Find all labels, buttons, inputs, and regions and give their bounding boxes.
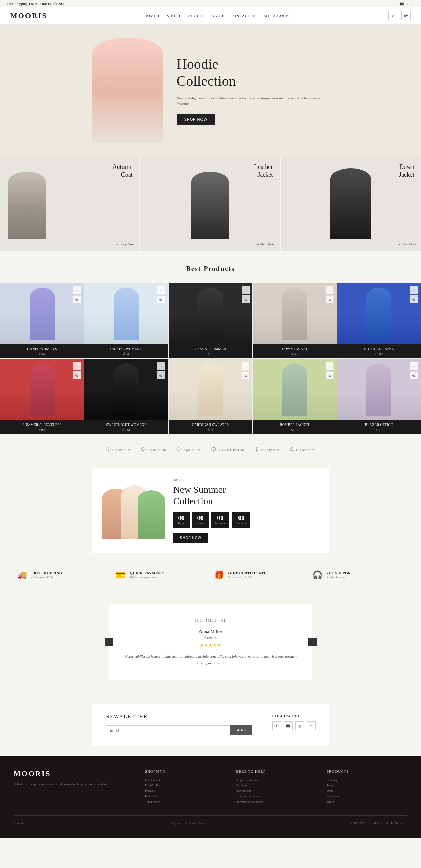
footer-cookies-link[interactable]: Cookies	[185, 821, 195, 825]
footer-link-products[interactable]: Products	[145, 789, 226, 792]
footer-logo[interactable]: MOORIS	[14, 769, 135, 778]
product-cart-icon-9[interactable]: 🛍	[326, 371, 334, 379]
follow-instagram-icon[interactable]: 📷	[284, 721, 293, 730]
product-info-10: Blazer Office $71	[337, 420, 421, 434]
down-shop-link[interactable]: Shop Now	[397, 242, 416, 246]
leather-shop-link[interactable]: Shop Now	[256, 242, 274, 246]
cart-icon[interactable]: 🛍	[401, 11, 411, 20]
footer-shopping-title: Shopping	[145, 769, 226, 773]
shipping-icon: 🚚	[17, 570, 27, 580]
product-name-2: Dickies Women's	[88, 347, 165, 351]
product-overlay-2: ⌕ 🛍	[157, 286, 165, 303]
nav-about[interactable]: ABOUT	[188, 14, 203, 18]
footer-link-discount[interactable]: Discount	[145, 794, 226, 798]
product-price-4: $142	[256, 352, 333, 356]
product-info-7: Sweetnight Womens $214	[84, 420, 168, 434]
site-logo[interactable]: MOORIS	[10, 11, 47, 20]
product-search-icon-9[interactable]: ⌕	[326, 362, 334, 370]
footer-link-accessories[interactable]: Accessories	[327, 794, 407, 798]
search-icon[interactable]: ⌕	[388, 11, 398, 20]
follow-pinterest-icon[interactable]: p	[295, 721, 304, 730]
product-cart-icon-8[interactable]: 🛍	[242, 371, 250, 379]
autumn-shop-link[interactable]: Shop Now	[116, 242, 134, 246]
product-search-icon-6[interactable]: ⌕	[73, 362, 81, 370]
footer-terms-link[interactable]: Terms	[199, 821, 206, 825]
product-card-3[interactable]: ⌕ 🛍 Casual Summer $52	[168, 283, 252, 359]
product-search-icon-3[interactable]: ⌕	[242, 286, 250, 294]
product-cart-icon-2[interactable]: 🛍	[157, 295, 165, 303]
footer-link-services[interactable]: Our services	[236, 789, 317, 792]
product-search-icon-2[interactable]: ⌕	[157, 286, 165, 294]
footer-link-wishlist[interactable]: My Wishlist	[145, 784, 226, 787]
brand-2: Ⓛ logolpsum	[141, 447, 166, 453]
footer-copyright: © 2022 MOORIS. ALL RIGHTS RESERVED.	[349, 821, 407, 825]
product-card-5[interactable]: ⌕ 🛍 Notched Lapel $100	[337, 283, 421, 359]
feature-payment-text: Quick Payment 100% secure payment	[130, 571, 164, 579]
product-card-2[interactable]: ⌕ 🛍 Dickies Women's $74	[84, 283, 168, 359]
product-search-icon-4[interactable]: ⌕	[326, 286, 334, 294]
pinterest-icon[interactable]: p	[407, 1, 409, 6]
product-card-6[interactable]: ⌕ 🛍 Summer Sleeveless $89	[0, 359, 84, 435]
product-cart-icon-4[interactable]: 🛍	[326, 295, 334, 303]
footer-link-delivery[interactable]: Delivery & Collection	[236, 800, 317, 803]
product-cart-icon-1[interactable]: 🛍	[73, 295, 81, 303]
promo-title: New SummerCollection	[173, 484, 251, 507]
nav-account[interactable]: MY ACCOUNT	[264, 14, 292, 18]
follow-facebook-icon[interactable]: f	[272, 721, 281, 730]
product-cart-icon-10[interactable]: 🛍	[410, 371, 418, 379]
category-autumn-title: AutumnCoat	[113, 163, 133, 179]
facebook-icon[interactable]: f	[395, 1, 397, 6]
testimonial-prev-button[interactable]: ‹	[105, 638, 113, 646]
footer-link-jacket[interactable]: Jacket	[327, 784, 407, 787]
follow-linkedin-icon[interactable]: in	[307, 721, 316, 730]
product-cart-icon-7[interactable]: 🛍	[157, 371, 165, 379]
nav-shop[interactable]: SHOP ▾	[167, 14, 181, 18]
product-search-icon-10[interactable]: ⌕	[410, 362, 418, 370]
footer-link-dress[interactable]: Dress	[327, 789, 407, 792]
footer-link-account[interactable]: My Account	[145, 778, 226, 782]
product-card-7[interactable]: ⌕ 🛍 Sweetnight Womens $214	[84, 359, 168, 435]
product-name-9: Bomber Jacket	[256, 423, 333, 427]
promo-model-3	[138, 490, 165, 539]
footer-link-track[interactable]: Track Order	[145, 800, 226, 803]
product-card-4[interactable]: ⌕ 🛍 Down Jacket $142	[253, 283, 337, 359]
footer-link-brand[interactable]: Our brand	[236, 784, 317, 787]
product-cart-icon-6[interactable]: 🛍	[73, 371, 81, 379]
product-card-10[interactable]: ⌕ 🛍 Blazer Office $71	[337, 359, 421, 435]
product-card-1[interactable]: ⌕ 🛍 Hanes Women's $56	[0, 283, 84, 359]
footer-brand: MOORIS Habbitasse tristique nam suspendi…	[14, 769, 135, 805]
product-card-9[interactable]: ⌕ 🛍 Bomber Jacket $151	[253, 359, 337, 435]
footer-about-link[interactable]: About Us	[14, 821, 25, 825]
gift-icon: 🎁	[214, 570, 224, 580]
footer-col-shopping: Shopping My Account My Wishlist Products…	[145, 769, 226, 805]
footer-link-shoes[interactable]: Shoes	[327, 800, 407, 803]
footer-instagram-link[interactable]: Instagram	[169, 821, 181, 825]
products-grid: ⌕ 🛍 Hanes Women's $56 ⌕ 🛍 Dickies Women'…	[0, 279, 421, 438]
product-card-8[interactable]: ⌕ 🛍 Cardigan Sweater $51	[168, 359, 252, 435]
footer-link-clothing[interactable]: Clothing	[327, 778, 407, 782]
hero-text: HoodieCollection Nostra et dignissim lob…	[177, 56, 329, 125]
footer-link-customer[interactable]: Customer Services	[236, 794, 317, 798]
hero-cta-button[interactable]: SHOP NOW	[177, 114, 215, 125]
footer-link-contact[interactable]: Help & contact us	[236, 778, 317, 782]
newsletter-email-input[interactable]	[106, 725, 230, 735]
linkedin-icon[interactable]: in	[411, 1, 414, 6]
product-search-icon-7[interactable]: ⌕	[157, 362, 165, 370]
product-name-4: Down Jacket	[256, 347, 333, 351]
newsletter-send-button[interactable]: Send	[230, 725, 252, 735]
instagram-icon[interactable]: 📷	[399, 1, 404, 6]
nav-home[interactable]: HOME ▾	[144, 14, 160, 18]
testimonial-next-button[interactable]: ›	[308, 638, 317, 646]
nav-page[interactable]: PAGE ▾	[209, 14, 224, 18]
promo-cta-button[interactable]: SHOP NOW	[173, 533, 208, 543]
product-search-icon-5[interactable]: ⌕	[410, 286, 418, 294]
product-cart-icon-3[interactable]: 🛍	[242, 295, 250, 303]
product-cart-icon-5[interactable]: 🛍	[410, 295, 418, 303]
nav-contact[interactable]: CONTACT US	[231, 14, 257, 18]
product-search-icon-8[interactable]: ⌕	[242, 362, 250, 370]
product-search-icon-1[interactable]: ⌕	[73, 286, 81, 294]
brand-4: Ⓛ LOGOLPSUM	[211, 447, 245, 453]
footer-products-links: Clothing Jacket Dress Accessories Shoes	[327, 778, 407, 803]
feature-support-title: 24/7 Support	[327, 571, 353, 575]
hero-content: HoodieCollection Nostra et dignissim lob…	[92, 38, 329, 143]
